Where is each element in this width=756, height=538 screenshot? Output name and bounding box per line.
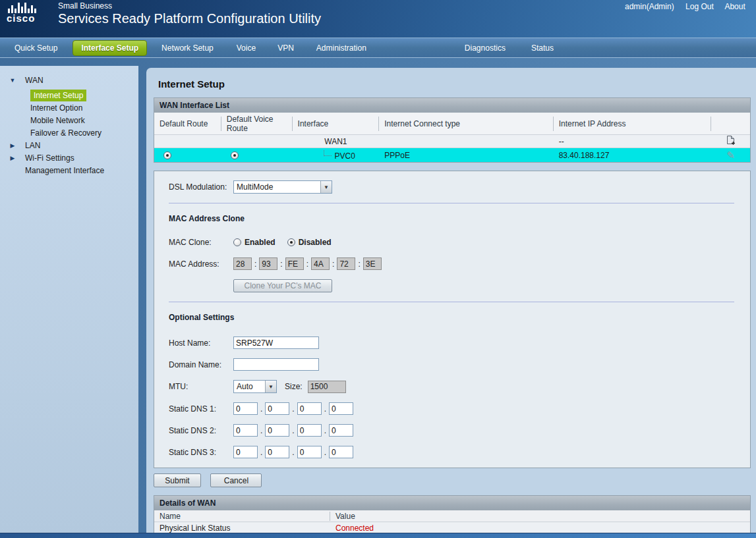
logout-link[interactable]: Log Out (685, 2, 714, 11)
cisco-logo-icon: cisco (7, 1, 53, 23)
col-actions (711, 117, 750, 131)
host-name-label: Host Name: (169, 338, 233, 348)
sidebar-item-mobile-network[interactable]: Mobile Network (0, 114, 138, 126)
product-line: Small Business (58, 1, 112, 11)
host-name-field[interactable] (233, 336, 319, 349)
sidebar-item-label: Internet Setup (30, 90, 86, 101)
sidebar-item-internet-option[interactable]: Internet Option (0, 101, 138, 114)
mac-clone-label: MAC Clone: (169, 238, 233, 247)
dns2-octet-3-field[interactable] (297, 424, 322, 437)
dns3-octet-1-field[interactable] (233, 446, 258, 458)
col-interface: Interface (293, 117, 380, 131)
mtu-size-field[interactable] (308, 381, 346, 393)
dns1-octet-4-field[interactable] (329, 402, 353, 415)
mac-clone-disabled-radio[interactable] (287, 238, 295, 246)
pvc0-connect-type: PPPoE (379, 151, 553, 160)
mac-octet-1-field[interactable] (233, 257, 252, 270)
domain-name-field[interactable] (233, 358, 319, 371)
internet-setup-form: DSL Modulation: MultiMode ▼ MAC Address … (154, 171, 751, 468)
physical-link-status-value: Connected (330, 524, 374, 533)
dns3-octet-3-field[interactable] (297, 446, 322, 458)
default-route-radio[interactable] (163, 151, 171, 159)
add-subinterface-icon[interactable] (711, 135, 750, 148)
dns1-octet-2-field[interactable] (265, 402, 289, 415)
dns3-octet-2-field[interactable] (265, 446, 289, 458)
edit-pencil-icon[interactable]: ✎ (726, 149, 735, 161)
dns3-octet-4-field[interactable] (329, 446, 353, 458)
submit-button[interactable]: Submit (154, 473, 201, 487)
details-header-row: Name Value (154, 510, 750, 522)
section-divider (169, 203, 734, 203)
static-dns2-label: Static DNS 2: (169, 426, 233, 435)
col-internet-ip-address: Internet IP Address (554, 117, 711, 131)
mtu-select[interactable]: Auto ▼ (233, 380, 277, 393)
pvc0-interface-name: PVC0 (335, 151, 355, 161)
cisco-wordmark: cisco (7, 13, 53, 23)
sidebar-group-wan[interactable]: ▼ WAN (0, 74, 138, 86)
tab-network-setup[interactable]: Network Setup (161, 43, 214, 53)
sidebar-group-label: LAN (25, 141, 40, 150)
dns1-octet-1-field[interactable] (233, 402, 258, 415)
dropdown-arrow-icon[interactable]: ▼ (320, 181, 332, 193)
dns1-octet-3-field[interactable] (297, 402, 322, 415)
tab-voice[interactable]: Voice (237, 43, 256, 53)
page-title: Internet Setup (158, 78, 751, 90)
app-header: cisco Small Business Services Ready Plat… (0, 0, 756, 38)
sidebar-group-wifi-settings[interactable]: ▶ Wi-Fi Settings (0, 151, 138, 164)
dns2-octet-4-field[interactable] (329, 424, 353, 437)
chevron-right-icon[interactable]: ▶ (0, 155, 25, 161)
mac-clone-enabled-label[interactable]: Enabled (245, 238, 276, 247)
details-table-title: Details of WAN (154, 496, 750, 510)
sidebar-group-label: Wi-Fi Settings (25, 153, 74, 163)
mac-address-label: MAC Address: (169, 259, 233, 269)
optional-settings-title: Optional Settings (169, 313, 750, 322)
sidebar-group-label: WAN (25, 76, 44, 85)
about-link[interactable]: About (724, 2, 745, 11)
mac-clone-disabled-label[interactable]: Disabled (299, 238, 332, 247)
mtu-size-label: Size: (285, 382, 303, 391)
col-internet-connect-type: Internet Connect type (379, 117, 553, 131)
col-default-voice-route: Default Voice Route (221, 117, 293, 131)
mac-octet-2-field[interactable] (259, 257, 277, 270)
tab-status[interactable]: Status (531, 43, 554, 53)
dns2-octet-1-field[interactable] (233, 424, 258, 437)
clone-pc-mac-button[interactable]: Clone Your PC's MAC (233, 279, 332, 292)
wan1-interface-name: WAN1 (293, 137, 380, 146)
sidebar-item-failover-recovery[interactable]: Failover & Recovery (0, 126, 138, 139)
default-voice-route-radio[interactable] (231, 151, 239, 159)
sidebar-item-label: Mobile Network (30, 116, 85, 125)
tab-vpn[interactable]: VPN (277, 43, 294, 53)
chevron-down-icon[interactable]: ▼ (0, 77, 25, 84)
dns2-octet-2-field[interactable] (265, 424, 289, 437)
dropdown-arrow-icon[interactable]: ▼ (265, 381, 276, 392)
wan-table-header-row: Default Route Default Voice Route Interf… (154, 113, 750, 134)
wan-table-title: WAN Interface List (154, 98, 750, 113)
tree-branch-icon (324, 150, 332, 156)
sidebar-item-management-interface[interactable]: Management Interface (0, 164, 138, 176)
tab-diagnostics[interactable]: Diagnostics (465, 43, 506, 53)
sidebar-group-lan[interactable]: ▶ LAN (0, 139, 138, 151)
user-account-label: admin(Admin) (625, 2, 674, 11)
mac-clone-enabled-radio[interactable] (233, 238, 241, 246)
wan1-ip: -- (554, 137, 711, 146)
tab-interface-setup[interactable]: Interface Setup (73, 40, 147, 56)
table-row-pvc0[interactable]: PVC0 PPPoE 83.40.188.127 ✎ (154, 148, 750, 162)
static-dns3-label: Static DNS 3: (169, 448, 233, 457)
cancel-button[interactable]: Cancel (210, 473, 262, 487)
section-divider (169, 302, 734, 302)
cisco-bridge-icon (8, 1, 53, 13)
col-default-route: Default Route (154, 117, 221, 131)
mac-octet-4-field[interactable] (311, 257, 330, 270)
chevron-right-icon[interactable]: ▶ (0, 142, 25, 149)
mac-octet-5-field[interactable] (337, 257, 355, 270)
sidebar-item-label: Internet Option (30, 103, 82, 113)
table-row-wan1[interactable]: WAN1 -- (154, 134, 750, 148)
mac-octet-3-field[interactable] (285, 257, 304, 270)
dsl-modulation-label: DSL Modulation: (169, 182, 233, 192)
mac-octet-6-field[interactable] (363, 257, 382, 270)
page-bottom-border (0, 533, 756, 538)
tab-administration[interactable]: Administration (316, 43, 366, 53)
dsl-modulation-select[interactable]: MultiMode ▼ (233, 180, 332, 194)
sidebar-item-internet-setup[interactable]: Internet Setup (0, 89, 138, 101)
tab-quick-setup[interactable]: Quick Setup (15, 43, 57, 53)
